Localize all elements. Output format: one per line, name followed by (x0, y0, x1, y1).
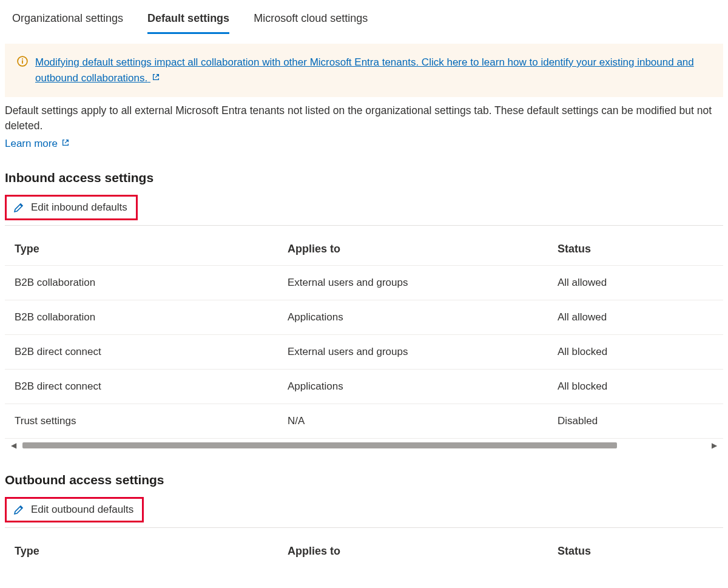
edit-inbound-defaults-button[interactable]: Edit inbound defaults (5, 195, 138, 220)
cell-status: All allowed (558, 311, 713, 323)
learn-more-link[interactable]: Learn more (5, 138, 70, 150)
cell-applies: Applications (288, 311, 558, 323)
info-banner: Modifying default settings impact all co… (5, 44, 723, 97)
cell-applies: N/A (288, 415, 558, 427)
col-type: Type (15, 545, 288, 558)
cell-status: All allowed (558, 277, 713, 289)
pencil-icon (13, 504, 25, 516)
edit-outbound-label: Edit outbound defaults (31, 504, 133, 516)
table-header-row: Type Applies to Status (5, 527, 723, 567)
scrollbar-thumb[interactable] (22, 442, 617, 448)
cell-type: B2B collaboration (15, 277, 288, 289)
scroll-left-icon[interactable]: ◀ (8, 441, 19, 450)
outbound-table: Type Applies to Status (5, 527, 723, 567)
edit-inbound-label: Edit inbound defaults (31, 201, 127, 214)
horizontal-scrollbar[interactable]: ◀ ▶ (5, 438, 723, 452)
col-status: Status (558, 243, 713, 255)
cell-type: B2B direct connect (15, 380, 288, 393)
page-description: Default settings apply to all external M… (5, 103, 723, 134)
cell-type: B2B collaboration (15, 311, 288, 323)
table-header-row: Type Applies to Status (5, 225, 723, 265)
banner-text: Modifying default settings impact all co… (35, 56, 694, 84)
table-row[interactable]: B2B collaboration Applications All allow… (5, 300, 723, 334)
inbound-table: Type Applies to Status B2B collaboration… (5, 225, 723, 452)
tab-default-settings[interactable]: Default settings (147, 12, 229, 34)
outbound-section-title: Outbound access settings (5, 473, 723, 487)
external-link-icon (152, 70, 160, 86)
table-row[interactable]: Trust settings N/A Disabled (5, 404, 723, 438)
tab-microsoft-cloud-settings[interactable]: Microsoft cloud settings (254, 12, 368, 34)
tab-bar: Organizational settings Default settings… (0, 0, 728, 34)
scrollbar-track[interactable] (22, 442, 706, 448)
table-row[interactable]: B2B collaboration External users and gro… (5, 265, 723, 300)
table-row[interactable]: B2B direct connect External users and gr… (5, 334, 723, 369)
banner-link[interactable]: Modifying default settings impact all co… (35, 55, 711, 86)
learn-more-label: Learn more (5, 138, 58, 150)
pencil-icon (13, 201, 25, 214)
cell-status: Disabled (558, 415, 713, 427)
external-link-icon (61, 138, 70, 150)
cell-applies: External users and groups (288, 277, 558, 289)
tab-organizational-settings[interactable]: Organizational settings (12, 12, 123, 34)
scroll-right-icon[interactable]: ▶ (709, 441, 720, 450)
svg-rect-2 (22, 58, 23, 59)
cell-status: All blocked (558, 346, 713, 358)
svg-rect-1 (22, 60, 23, 64)
info-icon (17, 56, 28, 67)
col-applies-to: Applies to (288, 243, 558, 255)
col-applies-to: Applies to (288, 545, 558, 558)
cell-applies: Applications (288, 380, 558, 393)
cell-status: All blocked (558, 380, 713, 393)
edit-outbound-defaults-button[interactable]: Edit outbound defaults (5, 497, 144, 522)
cell-type: Trust settings (15, 415, 288, 427)
cell-applies: External users and groups (288, 346, 558, 358)
table-row[interactable]: B2B direct connect Applications All bloc… (5, 369, 723, 404)
inbound-section-title: Inbound access settings (5, 171, 723, 185)
cell-type: B2B direct connect (15, 346, 288, 358)
col-type: Type (15, 243, 288, 255)
col-status: Status (558, 545, 713, 558)
